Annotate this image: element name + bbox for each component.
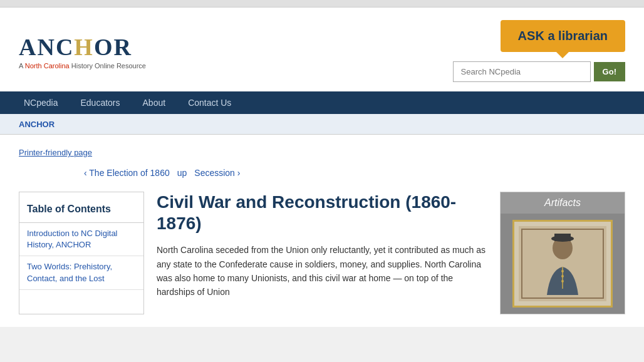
portrait-svg xyxy=(519,226,606,301)
logo-text[interactable]: ANCHOR xyxy=(19,33,146,61)
logo: ANCHOR A North Carolina History Online R… xyxy=(19,33,146,70)
page-header: ANCHOR A North Carolina History Online R… xyxy=(0,8,644,91)
svg-rect-4 xyxy=(554,234,571,241)
svg-point-7 xyxy=(561,275,564,277)
top-decorative-bar xyxy=(0,0,644,8)
nav-item-contact-us[interactable]: Contact Us xyxy=(177,93,242,113)
svg-point-6 xyxy=(561,270,564,272)
artifacts-header: Artifacts xyxy=(501,192,625,214)
content-layout: Table of Contents Introduction to NC Dig… xyxy=(19,192,625,314)
toc-item-2: Two Worlds: Prehistory, Contact, and the… xyxy=(19,256,143,289)
ask-bold-text: ASK xyxy=(518,29,544,43)
header-right: ASK a librarian Go! xyxy=(453,20,625,82)
main-nav: NCpedia Educators About Contact Us xyxy=(0,91,644,114)
logo-nc: North Carolina xyxy=(25,62,70,70)
toc-item-1: Introduction to NC Digital History, ANCH… xyxy=(19,223,143,256)
ask-normal-text: a librarian xyxy=(544,29,608,43)
nav-prev-link[interactable]: ‹ The Election of 1860 xyxy=(81,167,172,179)
pagination-nav: ‹ The Election of 1860 up Secession › xyxy=(81,167,625,179)
portrait-frame xyxy=(512,220,613,308)
main-container: Printer-friendly page ‹ The Election of … xyxy=(0,135,644,327)
artifacts-panel: Artifacts xyxy=(500,192,625,314)
logo-h: H xyxy=(74,34,94,60)
article-body: North Carolina seceded from the Union on… xyxy=(157,243,487,299)
article-title: Civil War and Reconstruction (1860-1876) xyxy=(157,192,487,234)
ask-librarian-button[interactable]: ASK a librarian xyxy=(501,20,625,52)
logo-anchor-text: ANCHOR xyxy=(19,34,132,60)
search-input[interactable] xyxy=(453,61,591,82)
nav-item-ncpedia[interactable]: NCpedia xyxy=(13,93,69,113)
logo-subtitle: A North Carolina History Online Resource xyxy=(19,62,146,70)
breadcrumb-anchor[interactable]: ANCHOR xyxy=(19,120,55,129)
artifact-image xyxy=(501,214,625,314)
search-bar: Go! xyxy=(453,61,625,82)
toc-link-2[interactable]: Two Worlds: Prehistory, Contact, and the… xyxy=(27,261,136,284)
svg-point-8 xyxy=(561,280,564,282)
toc-title: Table of Contents xyxy=(19,199,143,223)
nav-item-educators[interactable]: Educators xyxy=(69,93,131,113)
article-area: Civil War and Reconstruction (1860-1876)… xyxy=(157,192,487,314)
toc-link-1[interactable]: Introduction to NC Digital History, ANCH… xyxy=(27,228,136,251)
printer-friendly-link[interactable]: Printer-friendly page xyxy=(19,148,92,157)
breadcrumb-bar: ANCHOR xyxy=(0,114,644,135)
nav-next-link[interactable]: Secession › xyxy=(192,167,242,179)
nav-item-about[interactable]: About xyxy=(132,93,177,113)
search-button[interactable]: Go! xyxy=(594,62,625,81)
nav-up-link[interactable]: up xyxy=(177,168,187,178)
toc-sidebar: Table of Contents Introduction to NC Dig… xyxy=(19,192,144,314)
